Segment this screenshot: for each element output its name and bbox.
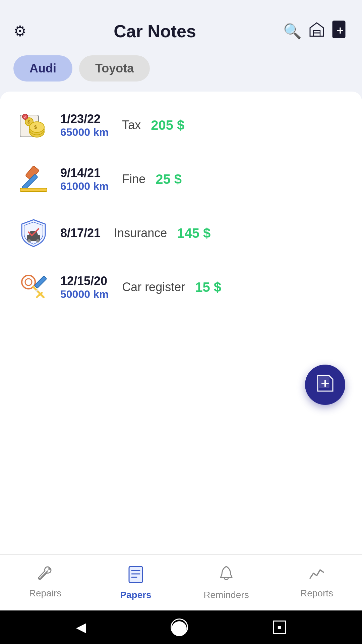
add-icon xyxy=(316,374,335,396)
system-bar: ◀ ⬤ ▪ xyxy=(0,610,362,644)
list-item[interactable]: 9/14/21 61000 km Fine 25 $ xyxy=(0,152,362,206)
wrench-icon xyxy=(37,565,54,585)
record-amount: 15 $ xyxy=(195,280,221,295)
nav-reminders[interactable]: Reminders xyxy=(181,561,272,604)
tab-toyota[interactable]: Toyota xyxy=(79,55,150,82)
svg-rect-3 xyxy=(333,21,345,38)
record-km: 61000 km xyxy=(60,180,109,193)
record-icon xyxy=(17,162,50,196)
papers-icon xyxy=(127,565,144,587)
record-right: Car register xyxy=(119,280,185,294)
record-date: 8/17/21 xyxy=(60,226,101,240)
record-label: Car register xyxy=(122,280,185,294)
list-item[interactable]: $ $ ✓ 1/23/22 65000 km Tax 205 $ xyxy=(0,98,362,152)
record-icon xyxy=(17,216,50,250)
record-label: Fine xyxy=(122,172,145,186)
record-meta: 9/14/21 61000 km xyxy=(60,166,109,193)
nav-papers-label: Papers xyxy=(120,590,151,600)
chart-icon xyxy=(308,565,325,585)
record-amount: 205 $ xyxy=(151,118,184,133)
add-document-icon[interactable] xyxy=(332,20,349,42)
svg-point-22 xyxy=(25,279,32,285)
record-right: Fine xyxy=(119,172,145,186)
header: ⚙ Car Notes 🔍 xyxy=(0,0,362,52)
svg-text:$: $ xyxy=(34,124,37,130)
list-item[interactable]: 12/15/20 50000 km Car register 15 $ xyxy=(0,260,362,314)
nav-reports-label: Reports xyxy=(300,588,333,599)
svg-rect-28 xyxy=(319,375,329,388)
svg-rect-17 xyxy=(20,188,47,192)
svg-point-20 xyxy=(36,239,40,243)
bottom-nav: Repairs Papers Reminders xyxy=(0,554,362,610)
record-icon: $ $ ✓ xyxy=(17,108,50,142)
record-km: 65000 km xyxy=(60,126,109,139)
record-meta: 12/15/20 50000 km xyxy=(60,274,109,301)
search-icon[interactable]: 🔍 xyxy=(283,22,302,40)
svg-text:✓: ✓ xyxy=(24,115,27,119)
nav-papers[interactable]: Papers xyxy=(90,561,181,604)
record-date: 9/14/21 xyxy=(60,166,109,180)
nav-repairs[interactable]: Repairs xyxy=(0,561,90,604)
record-right: Insurance xyxy=(111,226,167,240)
back-button[interactable]: ◀ xyxy=(76,620,86,635)
record-amount: 145 $ xyxy=(177,226,210,241)
svg-rect-32 xyxy=(129,567,142,583)
svg-rect-26 xyxy=(35,276,47,288)
record-meta: 8/17/21 xyxy=(60,226,101,240)
nav-reminders-label: Reminders xyxy=(203,590,249,600)
svg-point-19 xyxy=(27,239,31,243)
nav-reports[interactable]: Reports xyxy=(272,561,362,604)
record-date: 12/15/20 xyxy=(60,274,109,288)
add-record-fab[interactable] xyxy=(305,365,345,405)
record-amount: 25 $ xyxy=(156,172,182,187)
home-button[interactable]: ⬤ xyxy=(171,619,188,636)
svg-point-31 xyxy=(39,578,41,580)
record-meta: 1/23/22 65000 km xyxy=(60,112,109,139)
record-label: Tax xyxy=(122,118,141,132)
record-km: 50000 km xyxy=(60,288,109,301)
settings-icon[interactable]: ⚙ xyxy=(13,22,26,40)
bell-icon xyxy=(218,565,235,587)
svg-text:$: $ xyxy=(27,119,30,124)
car-tabs: Audi Toyota xyxy=(0,52,362,92)
garage-icon[interactable] xyxy=(308,21,325,41)
svg-point-11 xyxy=(29,122,44,132)
tab-audi[interactable]: Audi xyxy=(13,55,72,82)
records-list: $ $ ✓ 1/23/22 65000 km Tax 205 $ xyxy=(0,92,362,554)
list-item[interactable]: 8/17/21 Insurance 145 $ xyxy=(0,206,362,260)
recent-button[interactable]: ▪ xyxy=(273,621,286,634)
record-label: Insurance xyxy=(114,226,167,240)
nav-repairs-label: Repairs xyxy=(29,588,61,599)
record-icon xyxy=(17,270,50,304)
svg-rect-0 xyxy=(313,31,320,36)
record-date: 1/23/22 xyxy=(60,112,109,126)
app-title: Car Notes xyxy=(33,21,277,41)
record-right: Tax xyxy=(119,118,141,132)
